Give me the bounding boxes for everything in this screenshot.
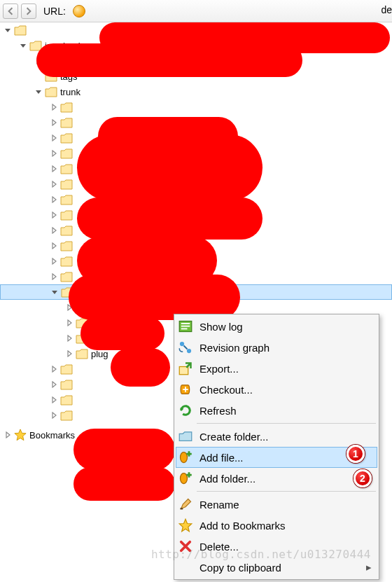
folder-icon — [60, 102, 73, 113]
folder-icon — [60, 241, 73, 251]
folder-icon — [60, 179, 73, 190]
create-folder-icon — [178, 429, 192, 443]
svg-point-5 — [187, 349, 191, 353]
expander-expand-icon[interactable] — [49, 164, 59, 174]
svg-rect-3 — [181, 328, 188, 330]
svg-point-7 — [181, 452, 188, 463]
ctx-label: Create folder... — [200, 431, 268, 443]
ctx-label: Refresh — [200, 405, 237, 417]
add-folder-icon — [178, 471, 192, 485]
folder-icon — [60, 364, 73, 375]
expander-expand-icon[interactable] — [49, 226, 59, 235]
annotation-badge-2: 2 — [354, 469, 372, 487]
ctx-delete[interactable]: Delete... — [176, 536, 377, 557]
folder-icon — [60, 118, 73, 128]
expander-expand-icon[interactable] — [49, 380, 59, 389]
expander-expand-icon[interactable] — [49, 410, 59, 420]
ctx-refresh[interactable]: Refresh — [176, 400, 377, 421]
ctx-revision-graph[interactable]: Revision graph — [176, 337, 377, 358]
folder-icon — [60, 256, 73, 267]
folder-icon — [45, 87, 57, 97]
svg-point-4 — [180, 342, 184, 346]
ctx-show-log[interactable]: Show log — [176, 316, 377, 337]
expander-expand-icon[interactable] — [49, 102, 59, 112]
tree-row[interactable]: trunk — [0, 84, 392, 99]
expander-expand-icon[interactable] — [49, 148, 59, 158]
tree-label: Bookmarks — [29, 429, 75, 441]
folder-icon — [60, 195, 73, 205]
tree-row[interactable] — [0, 99, 392, 115]
ctx-copy-clipboard[interactable]: Copy to clipboard ▸ — [176, 557, 377, 578]
expander-collapse-icon[interactable] — [3, 25, 13, 35]
ctx-label: Add file... — [200, 452, 244, 464]
submenu-arrow-icon: ▸ — [366, 561, 372, 574]
expander-expand-icon[interactable] — [49, 364, 59, 374]
refresh-icon — [178, 403, 192, 417]
url-label: URL: — [43, 6, 66, 17]
ctx-checkout[interactable]: Checkout... — [176, 379, 377, 400]
ctx-separator — [197, 491, 376, 492]
expander-expand-icon[interactable] — [49, 210, 59, 220]
back-button[interactable] — [3, 4, 18, 19]
tree-label: trunk — [60, 86, 80, 97]
blank-icon — [178, 560, 192, 574]
forward-button[interactable] — [21, 4, 36, 19]
svg-rect-1 — [181, 323, 190, 324]
svg-rect-2 — [181, 326, 190, 327]
svg-rect-9 — [181, 508, 183, 510]
ctx-label: Rename — [200, 499, 239, 511]
repo-icon — [71, 4, 87, 19]
svg-point-8 — [181, 473, 188, 484]
expander-expand-icon[interactable] — [49, 118, 59, 127]
checkout-icon — [178, 382, 192, 396]
folder-icon — [60, 410, 73, 421]
ctx-add-bookmarks[interactable]: Add to Bookmarks — [176, 515, 377, 536]
graph-icon — [178, 340, 192, 354]
ctx-label: Delete... — [200, 541, 239, 553]
star-icon — [14, 429, 27, 441]
star-icon — [178, 518, 192, 532]
folder-icon — [60, 395, 73, 406]
expander-expand-icon[interactable] — [64, 333, 74, 343]
expander-expand-icon[interactable] — [3, 430, 13, 440]
ctx-label: Copy to clipboard — [200, 562, 281, 574]
folder-icon — [60, 133, 73, 144]
ctx-label: Show log — [200, 321, 243, 333]
expander-collapse-icon[interactable] — [18, 41, 28, 50]
folder-icon — [60, 210, 73, 221]
expander-expand-icon[interactable] — [49, 241, 59, 251]
export-icon — [178, 361, 192, 375]
ctx-export[interactable]: Export... — [176, 358, 377, 379]
expander-expand-icon[interactable] — [49, 256, 59, 266]
truncated-text: de — [381, 4, 392, 15]
expander-expand-icon[interactable] — [49, 195, 59, 205]
expander-expand-icon[interactable] — [49, 179, 59, 189]
folder-icon — [60, 226, 73, 236]
rename-icon — [178, 497, 192, 511]
ctx-add-folder[interactable]: Add folder... — [176, 468, 377, 489]
log-icon — [178, 319, 192, 333]
ctx-create-folder[interactable]: Create folder... — [176, 426, 377, 447]
expander-expand-icon[interactable] — [64, 349, 74, 359]
ctx-label: Export... — [200, 363, 239, 375]
expander-collapse-icon[interactable] — [34, 87, 43, 97]
ctx-label: Checkout... — [200, 384, 253, 396]
ctx-label: Add folder... — [200, 473, 255, 485]
ctx-rename[interactable]: Rename — [176, 494, 377, 515]
ctx-separator — [197, 423, 376, 424]
folder-icon — [60, 272, 73, 282]
delete-icon — [178, 539, 192, 553]
ctx-label: Add to Bookmarks — [200, 520, 286, 532]
folder-icon — [60, 164, 73, 174]
add-file-icon — [178, 450, 192, 464]
folder-icon — [14, 25, 27, 36]
ctx-label: Revision graph — [200, 342, 270, 354]
expander-expand-icon[interactable] — [64, 318, 74, 328]
annotation-badge-1: 1 — [346, 445, 365, 463]
expander-expand-icon[interactable] — [49, 272, 59, 282]
folder-icon — [60, 148, 73, 159]
expander-expand-icon[interactable] — [49, 395, 59, 405]
folder-icon — [76, 349, 88, 359]
expander-collapse-icon[interactable] — [50, 287, 59, 297]
expander-expand-icon[interactable] — [49, 133, 59, 143]
